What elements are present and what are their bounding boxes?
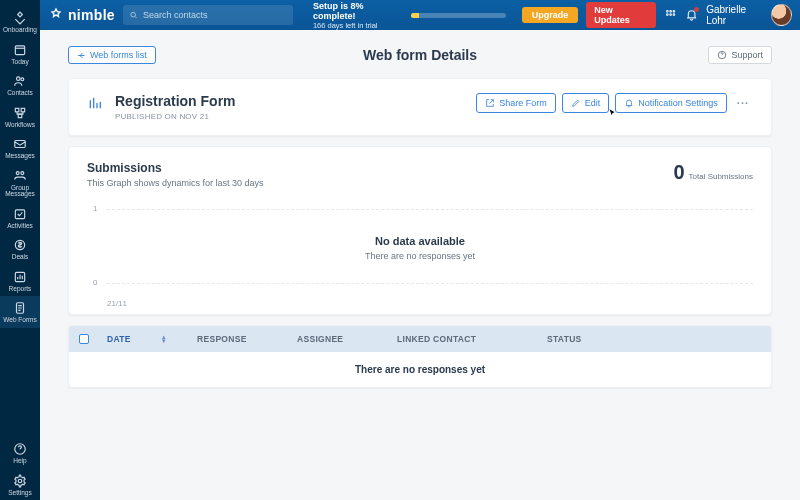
- column-date[interactable]: DATE ▲▼: [99, 334, 189, 344]
- form-header-card: Registration Form PUBLISHED ON NOV 21 Sh…: [68, 78, 772, 136]
- table-empty: There are no responses yet: [69, 352, 771, 387]
- empty-sub: There are no responses yet: [365, 251, 475, 261]
- svg-point-1: [17, 77, 21, 81]
- setup-complete-text: Setup is 8% complete!: [313, 1, 403, 21]
- share-form-button[interactable]: Share Form: [476, 93, 556, 113]
- svg-point-8: [21, 171, 24, 174]
- svg-rect-3: [15, 108, 19, 112]
- svg-point-17: [669, 10, 671, 12]
- pencil-icon: [571, 98, 581, 108]
- sidebar-item-contacts[interactable]: Contacts: [0, 69, 40, 101]
- support-button[interactable]: Support: [708, 46, 772, 64]
- sidebar-label: Group Messages: [0, 185, 40, 198]
- total-value: 0: [673, 161, 684, 184]
- sidebar-item-deals[interactable]: Deals: [0, 233, 40, 265]
- form-published: PUBLISHED ON NOV 21: [115, 112, 236, 121]
- support-label: Support: [731, 50, 763, 60]
- svg-rect-0: [15, 45, 24, 54]
- more-menu[interactable]: ···: [733, 97, 753, 109]
- sidebar-label: Deals: [12, 254, 29, 261]
- back-button[interactable]: Web forms list: [68, 46, 156, 64]
- svg-point-18: [673, 10, 675, 12]
- form-title: Registration Form: [115, 93, 236, 109]
- brand-name: nimble: [68, 7, 115, 23]
- edit-label: Edit: [585, 98, 601, 108]
- trial-days-text: 166 days left in trial: [313, 21, 403, 30]
- page-title: Web form Details: [363, 47, 477, 63]
- sidebar-item-help[interactable]: Help: [0, 437, 40, 469]
- table-header: DATE ▲▼ RESPONSE ASSIGNEE LINKED CONTACT…: [69, 326, 771, 352]
- question-icon: [717, 50, 727, 60]
- sidebar-item-activities[interactable]: Activities: [0, 202, 40, 234]
- topbar: nimble Setup is 8% complete! 166 days le…: [40, 0, 800, 30]
- sidebar-item-settings[interactable]: Settings: [0, 469, 40, 501]
- column-assignee[interactable]: ASSIGNEE: [289, 334, 389, 344]
- notification-dot: [694, 7, 699, 12]
- bell-icon[interactable]: [685, 8, 698, 22]
- col-date-label: DATE: [107, 334, 131, 344]
- sidebar-item-workflows[interactable]: Workflows: [0, 101, 40, 133]
- sidebar-item-web-forms[interactable]: Web Forms: [0, 296, 40, 328]
- svg-point-19: [666, 14, 668, 16]
- sidebar-label: Activities: [7, 223, 33, 230]
- column-linked-contact[interactable]: LINKED CONTACT: [389, 334, 539, 344]
- svg-point-20: [669, 14, 671, 16]
- form-icon: [87, 95, 103, 113]
- apps-icon[interactable]: [664, 8, 677, 22]
- sidebar-item-messages[interactable]: Messages: [0, 132, 40, 164]
- svg-point-2: [21, 78, 24, 81]
- logo-icon: [48, 7, 64, 23]
- y-tick: 1: [93, 204, 97, 213]
- arrow-left-icon: [77, 51, 86, 60]
- column-response[interactable]: RESPONSE: [189, 334, 289, 344]
- y-tick: 0: [93, 278, 97, 287]
- chart-plot: 1 0 No data available There are no respo…: [87, 196, 753, 306]
- svg-point-16: [666, 10, 668, 12]
- user-menu[interactable]: Gabrielle Lohr: [706, 4, 792, 26]
- share-icon: [485, 98, 495, 108]
- new-updates-button[interactable]: New Updates: [586, 2, 655, 28]
- left-sidebar: Onboarding Today Contacts Workflows Mess…: [0, 0, 40, 500]
- sidebar-item-onboarding[interactable]: Onboarding: [0, 6, 40, 38]
- avatar: [771, 4, 792, 26]
- sidebar-label: Reports: [9, 286, 32, 293]
- brand-logo[interactable]: nimble: [48, 7, 115, 23]
- total-label: Total Submissions: [689, 172, 753, 181]
- edit-button[interactable]: Edit: [562, 93, 610, 113]
- chart-title: Submissions: [87, 161, 264, 175]
- sidebar-item-reports[interactable]: Reports: [0, 265, 40, 297]
- sidebar-label: Workflows: [5, 122, 35, 129]
- svg-rect-4: [21, 108, 25, 112]
- svg-point-7: [16, 171, 19, 174]
- sidebar-label: Help: [13, 458, 26, 465]
- svg-point-14: [18, 479, 22, 483]
- sidebar-item-group-messages[interactable]: Group Messages: [0, 164, 40, 202]
- sidebar-label: Web Forms: [3, 317, 36, 324]
- sidebar-label: Contacts: [7, 90, 33, 97]
- search-input[interactable]: [143, 10, 287, 20]
- upgrade-button[interactable]: Upgrade: [522, 7, 579, 23]
- setup-progress: [411, 13, 506, 18]
- sidebar-label: Messages: [5, 153, 35, 160]
- column-status[interactable]: STATUS: [539, 334, 771, 344]
- chart-subtitle: This Graph shows dynamics for last 30 da…: [87, 178, 264, 188]
- x-tick: 21/11: [107, 299, 127, 308]
- sidebar-item-today[interactable]: Today: [0, 38, 40, 70]
- setup-status: Setup is 8% complete! 166 days left in t…: [313, 1, 403, 30]
- select-all-checkbox[interactable]: [79, 334, 89, 344]
- submissions-chart-card: Submissions This Graph shows dynamics fo…: [68, 146, 772, 315]
- search-icon: [129, 10, 138, 20]
- responses-table: DATE ▲▼ RESPONSE ASSIGNEE LINKED CONTACT…: [68, 325, 772, 388]
- notification-settings-button[interactable]: Notification Settings: [615, 93, 727, 113]
- share-label: Share Form: [499, 98, 547, 108]
- search-input-wrap[interactable]: [123, 5, 293, 25]
- bell-icon: [624, 98, 634, 108]
- user-name: Gabrielle Lohr: [706, 4, 765, 26]
- sort-icon: ▲▼: [161, 335, 167, 343]
- empty-heading: No data available: [365, 235, 475, 247]
- svg-rect-6: [15, 141, 26, 148]
- notify-label: Notification Settings: [638, 98, 718, 108]
- sidebar-label: Today: [11, 59, 28, 66]
- svg-point-21: [673, 14, 675, 16]
- sidebar-label: Settings: [8, 490, 32, 497]
